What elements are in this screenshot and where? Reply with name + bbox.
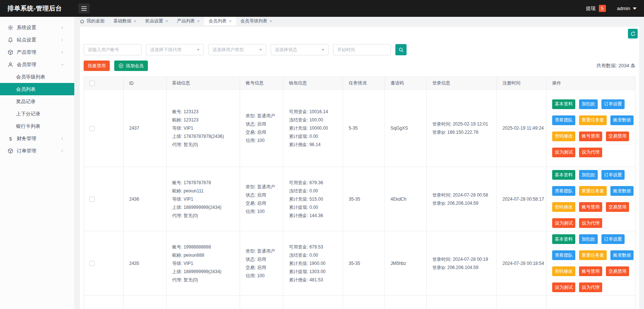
withdraw-notice[interactable]: 提现 5: [586, 5, 606, 12]
column-header-task: 任务情况: [343, 77, 385, 90]
tab-basic-data[interactable]: 基础数据×: [109, 17, 141, 25]
set-agent-button[interactable]: 设为代理: [579, 148, 602, 157]
cell-invite-code: SqGgXS: [385, 90, 427, 167]
change-password-button[interactable]: 密码修改: [552, 202, 575, 212]
change-password-button[interactable]: 密码修改: [552, 266, 575, 276]
cell-actions: 基本资料 加扣款 订单设置 查看团队 重置任务量 账变数据: [547, 296, 635, 309]
table-row: 基本资料 加扣款 订单设置 查看团队 重置任务量 账变数据: [84, 296, 635, 309]
view-team-button[interactable]: 查看团队: [552, 186, 575, 196]
account-change-button[interactable]: 账变数据: [610, 115, 634, 125]
sidebar-item-finance-management[interactable]: $ 财务管理: [0, 132, 74, 145]
batch-disable-button[interactable]: 批量禁用: [84, 61, 110, 71]
basic-info-button[interactable]: 基本资料: [552, 170, 575, 180]
close-icon[interactable]: ×: [134, 19, 136, 24]
reset-task-button[interactable]: 重置任务量: [579, 115, 607, 125]
add-deduct-button[interactable]: 加扣款: [579, 99, 598, 109]
disable-trade-button[interactable]: 交易禁用: [606, 202, 629, 212]
username: admin: [617, 6, 630, 11]
cell-account-info: 类型: 普通用户状态: 启用交易: 启用信用: 100: [240, 231, 283, 296]
agent-select[interactable]: 请选择下级代理: [146, 44, 204, 55]
svg-text:$: $: [9, 136, 12, 141]
cell-register-time: 2024-07-28 00:18:54: [497, 231, 547, 296]
order-settings-button[interactable]: 订单设置: [601, 170, 625, 180]
row-checkbox[interactable]: [90, 197, 95, 202]
sidebar-item-member-list[interactable]: 会员列表: [0, 83, 74, 95]
chevron-left-icon: [60, 50, 64, 54]
cell-id: 2436: [124, 167, 167, 231]
tab-member-level-list[interactable]: 会员等级列表×: [236, 17, 277, 25]
cell-account-info: 类型: 普通用户状态: 启用交易: 启用信用: 100: [240, 167, 283, 231]
table-row: 2435 账号: 19988888888昵称: peixun888等级: VIP…: [84, 231, 635, 296]
refresh-icon: [630, 31, 636, 37]
sidebar-item-label: 产品管理: [17, 49, 36, 56]
set-test-button[interactable]: 设为测试: [552, 218, 575, 228]
start-time-input[interactable]: [333, 44, 391, 55]
row-checkbox[interactable]: [90, 126, 95, 131]
hamburger-icon: [81, 6, 87, 7]
close-icon[interactable]: ×: [270, 19, 272, 24]
reset-task-button[interactable]: 重置任务量: [579, 186, 607, 196]
disable-trade-button[interactable]: 交易禁用: [606, 266, 629, 276]
select-all-checkbox[interactable]: [90, 81, 95, 86]
column-header-invite-code: 邀请码: [385, 77, 427, 90]
account-search-input[interactable]: [84, 44, 141, 55]
cell-actions: 基本资料 加扣款 订单设置 查看团队 重置任务量 账变数据 密码修改 账号禁用: [547, 90, 635, 167]
dollar-icon: $: [7, 136, 13, 142]
cell-task: 35-35: [343, 231, 385, 296]
tab-product-list[interactable]: 产品列表×: [172, 17, 204, 25]
cell-actions: 基本资料 加扣款 订单设置 查看团队 重置任务量 账变数据 密码修改 账号禁用: [547, 167, 635, 231]
table-row: 2436 账号: 17878787878昵称: peixun111等级: VIP…: [84, 167, 635, 231]
add-member-button[interactable]: 添加会员: [114, 61, 148, 71]
user-menu[interactable]: admin: [617, 6, 637, 11]
view-team-button[interactable]: 查看团队: [552, 115, 575, 125]
sidebar-toggle-button[interactable]: [78, 3, 90, 13]
add-deduct-button[interactable]: 加扣款: [579, 170, 598, 180]
tab-prize-settings[interactable]: 奖品设置×: [141, 17, 172, 25]
disable-account-button[interactable]: 账号禁用: [579, 202, 602, 212]
close-icon[interactable]: ×: [165, 19, 168, 24]
disable-account-button[interactable]: 账号禁用: [579, 132, 602, 141]
sidebar-item-label: 站点设置: [17, 37, 36, 43]
search-icon: [398, 47, 404, 53]
sidebar-item-member-level-list[interactable]: 会员等级列表: [0, 71, 74, 83]
sidebar-item-member-management[interactable]: 会员管理: [0, 58, 74, 71]
order-settings-button[interactable]: 订单设置: [601, 99, 625, 109]
set-agent-button[interactable]: 设为代理: [579, 282, 602, 292]
close-icon[interactable]: ×: [229, 19, 231, 24]
sidebar-item-bank-card-list[interactable]: 银行卡列表: [0, 120, 74, 132]
reset-task-button[interactable]: 重置任务量: [579, 250, 607, 260]
order-settings-button[interactable]: 订单设置: [601, 234, 625, 244]
disable-trade-button[interactable]: 交易禁用: [606, 132, 629, 141]
change-password-button[interactable]: 密码修改: [552, 132, 575, 141]
basic-info-button[interactable]: 基本资料: [552, 234, 575, 244]
search-button[interactable]: [395, 44, 407, 55]
caret-down-icon: [321, 49, 324, 51]
refresh-button[interactable]: [628, 29, 638, 38]
chevron-left-icon: [60, 38, 64, 42]
set-test-button[interactable]: 设为测试: [552, 148, 575, 157]
basic-info-button[interactable]: 基本资料: [552, 99, 575, 109]
sidebar-item-prize-records[interactable]: 奖品记录: [0, 95, 74, 108]
account-change-button[interactable]: 账变数据: [610, 250, 634, 260]
set-test-button[interactable]: 设为测试: [552, 282, 575, 292]
add-deduct-button[interactable]: 加扣款: [579, 234, 598, 244]
status-select[interactable]: 请选择状态: [271, 44, 329, 55]
set-agent-button[interactable]: 设为代理: [579, 218, 602, 228]
sidebar-item-product-management[interactable]: 产品管理: [0, 46, 74, 58]
sidebar-item-score-records[interactable]: 上下分记录: [0, 108, 74, 120]
close-icon[interactable]: ×: [197, 19, 200, 24]
disable-account-button[interactable]: 账号禁用: [579, 266, 602, 276]
tab-my-desktop[interactable]: 我的桌面: [75, 17, 109, 25]
view-team-button[interactable]: 查看团队: [552, 250, 575, 260]
user-type-select[interactable]: 请选择用户类型: [208, 44, 266, 55]
sidebar-item-order-management[interactable]: 订单管理: [0, 145, 74, 157]
sidebar-item-site-settings[interactable]: 站点设置: [0, 34, 74, 46]
box-icon: [7, 148, 13, 154]
sidebar-item-label: 系统设置: [17, 24, 36, 31]
sidebar-item-system-settings[interactable]: 系统设置: [0, 21, 74, 34]
bell-icon: [7, 37, 13, 43]
cell-task: 5-35: [343, 90, 385, 167]
tab-member-list[interactable]: 会员列表×: [204, 17, 236, 25]
row-checkbox[interactable]: [90, 261, 95, 266]
account-change-button[interactable]: 账变数据: [610, 186, 634, 196]
